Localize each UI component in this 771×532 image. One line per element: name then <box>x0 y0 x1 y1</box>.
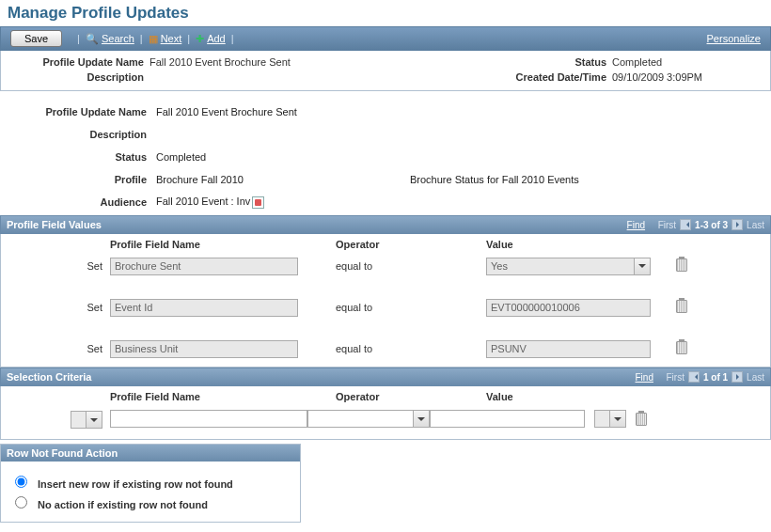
rnf-option-insert-label: Insert new row if existing row not found <box>38 478 233 490</box>
pfv-col-set <box>7 239 110 250</box>
sc-operator-select[interactable] <box>307 410 430 428</box>
pfv-col-field: Profile Field Name <box>110 239 336 250</box>
pfv-operator: equal to <box>336 260 486 272</box>
row-not-found-box: Row Not Found Action Insert new row if e… <box>0 444 301 523</box>
sc-find-link[interactable]: Find <box>636 372 653 383</box>
description-label: Description <box>8 71 149 83</box>
pfv-delete-row-button[interactable] <box>676 300 687 313</box>
rnf-radio-insert[interactable] <box>15 476 27 488</box>
pfv-value-input[interactable]: PSUNV <box>486 340 651 358</box>
pfv-set-label: Set <box>7 302 110 313</box>
page-title: Manage Profile Updates <box>8 4 771 23</box>
separator: | <box>231 33 234 44</box>
pfv-field-input[interactable]: Event Id <box>110 299 298 317</box>
pfv-range: 1-3 of 3 <box>695 220 728 230</box>
pfv-col-operator: Operator <box>336 239 486 250</box>
profile-update-name-label: Profile Update Name <box>8 56 149 68</box>
sc-header: Selection Criteria Find First 1 of 1 Las… <box>0 368 771 386</box>
detail-status-value: Completed <box>156 151 763 163</box>
sc-next-button[interactable] <box>732 371 743 383</box>
detail-audience-label: Audience <box>0 196 156 208</box>
sc-col-field: Profile Field Name <box>110 391 336 402</box>
pfv-delete-row-button[interactable] <box>676 341 687 354</box>
search-icon: 🔍 <box>86 33 99 45</box>
pfv-field-input[interactable]: Business Unit <box>110 340 298 358</box>
pfv-col-value: Value <box>486 239 665 250</box>
sc-col-value: Value <box>486 391 665 402</box>
detail-profile-update-name-value: Fall 2010 Event Brochure Sent <box>156 106 763 117</box>
detail-profile-update-name-label: Profile Update Name <box>0 106 156 117</box>
detail-profile-label: Profile <box>0 174 156 185</box>
audience-lookup-icon[interactable] <box>252 196 264 209</box>
add-link[interactable]: Add <box>207 33 226 44</box>
toolbar: Save | 🔍 Search | ▦ Next | ✚ Add | Perso… <box>0 26 771 51</box>
pfv-row: SetBrochure Sentequal toYes <box>7 254 764 278</box>
pfv-next-button[interactable] <box>732 219 743 230</box>
sc-row <box>7 406 764 433</box>
pfv-row: SetBusiness Unitequal toPSUNV <box>7 336 764 361</box>
personalize-link[interactable]: Personalize <box>707 33 761 44</box>
separator: | <box>77 33 80 44</box>
pfv-operator: equal to <box>336 302 486 313</box>
sc-prev-button[interactable] <box>688 371 700 383</box>
pfv-value-input[interactable]: EVT000000010006 <box>486 299 651 317</box>
separator: | <box>140 33 143 44</box>
detail-profile-value: Brochure Fall 2010 <box>156 174 410 185</box>
sc-trailing-select[interactable] <box>594 410 626 428</box>
sc-last: Last <box>747 372 764 383</box>
rnf-option-noaction[interactable]: No action if existing row not found <box>10 493 291 510</box>
sc-col-operator: Operator <box>336 391 486 402</box>
sc-field-input[interactable] <box>110 410 307 428</box>
add-icon: ✚ <box>196 33 204 45</box>
sc-value-input[interactable] <box>430 410 585 428</box>
sc-delete-row-button[interactable] <box>636 413 647 426</box>
rnf-option-noaction-label: No action if existing row not found <box>38 499 208 510</box>
profile-update-name-value: Fall 2010 Event Brochure Sent <box>149 56 490 68</box>
pfv-field-input[interactable]: Brochure Sent <box>110 258 298 275</box>
detail-description-label: Description <box>0 129 156 140</box>
pfv-find-link[interactable]: Find <box>627 220 645 230</box>
pfv-header: Profile Field Values Find First 1-3 of 3… <box>0 215 771 234</box>
header-summary: Profile Update Name Fall 2010 Event Broc… <box>0 51 771 91</box>
pfv-row: SetEvent Idequal toEVT000000010006 <box>7 295 764 320</box>
pfv-last: Last <box>747 220 764 230</box>
pfv-first: First <box>658 220 676 230</box>
pfv-body: Profile Field Name Operator Value SetBro… <box>0 234 771 368</box>
details: Profile Update Name Fall 2010 Event Broc… <box>0 91 771 215</box>
detail-status-label: Status <box>0 151 156 163</box>
separator: | <box>187 33 190 44</box>
rnf-option-insert[interactable]: Insert new row if existing row not found <box>10 473 291 490</box>
sc-conjunction-select[interactable] <box>71 411 102 429</box>
detail-profile-desc: Brochure Status for Fall 2010 Events <box>410 174 579 185</box>
created-label: Created Date/Time <box>490 71 612 83</box>
pfv-set-label: Set <box>7 343 110 354</box>
sc-range: 1 of 1 <box>703 372 728 383</box>
pfv-delete-row-button[interactable] <box>676 258 687 272</box>
status-label: Status <box>490 56 612 68</box>
rnf-radio-noaction[interactable] <box>15 496 27 509</box>
save-button[interactable]: Save <box>10 30 62 47</box>
next-link[interactable]: Next <box>161 33 182 44</box>
status-value: Completed <box>612 56 763 68</box>
next-icon: ▦ <box>149 33 158 45</box>
sc-body: Profile Field Name Operator Value <box>0 386 771 440</box>
pfv-prev-button[interactable] <box>680 219 691 230</box>
detail-audience-value: Fall 2010 Event : Inv <box>156 196 250 207</box>
sc-title: Selection Criteria <box>7 371 91 383</box>
sc-first: First <box>667 372 684 383</box>
pfv-title: Profile Field Values <box>7 219 102 230</box>
search-link[interactable]: Search <box>102 33 134 44</box>
created-value: 09/10/2009 3:09PM <box>612 71 763 83</box>
pfv-value-select[interactable]: Yes <box>486 258 651 275</box>
pfv-operator: equal to <box>336 343 486 354</box>
row-not-found-title: Row Not Found Action <box>1 445 300 462</box>
pfv-set-label: Set <box>7 260 110 272</box>
